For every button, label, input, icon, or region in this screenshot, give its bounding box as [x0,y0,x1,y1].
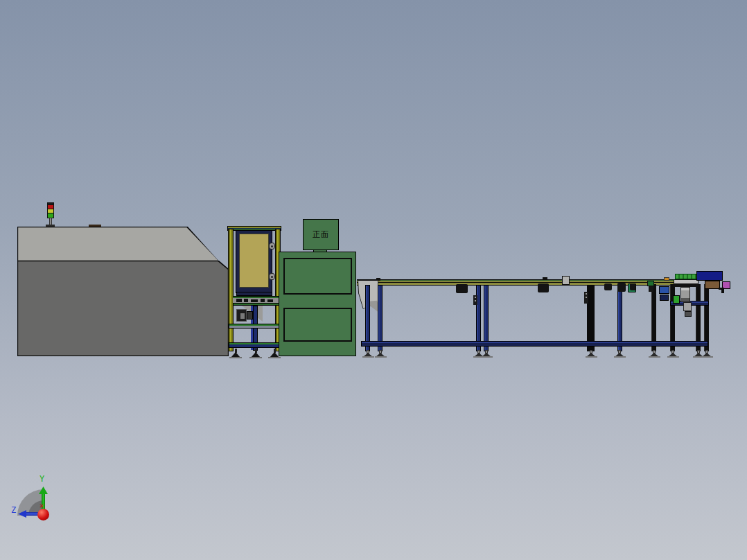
end-blue-motor-lower [660,295,669,301]
rail-sensor[interactable] [604,283,612,290]
conveyor-bottom-beam [361,341,708,347]
frame-gearbox [247,311,253,320]
end-cylinder[interactable] [680,287,690,302]
leg-foot-pad [481,356,493,358]
leg-foot-pad [375,356,387,358]
end-brown-box[interactable] [705,281,720,289]
frame-foot-pad [229,357,242,358]
rail-clamp [543,277,547,280]
leg-bracket [584,292,588,304]
cad-viewport: 正面 [0,0,747,560]
origin-sphere[interactable] [37,509,49,520]
end-cylinder-lower [683,302,692,311]
rail-clamp [376,278,380,281]
cabinet-body[interactable] [279,252,356,356]
door-hinge-bottom [269,273,275,280]
frame-foot-pad [249,357,262,358]
y-axis-label: Y [39,474,44,484]
view-label: 正面 [313,229,329,240]
end-dark-bracket [649,286,653,292]
door-window-panel [239,234,269,288]
leg-foot-pad [614,356,626,358]
end-belt-segment[interactable] [675,274,697,279]
machine-hood-face [18,227,218,261]
rail-sensor[interactable] [538,283,549,292]
leg-bracket [473,295,477,305]
x-axis-into-screen-icon: ✕ [39,501,44,510]
end-l-bracket [721,289,724,293]
tower-base [46,225,55,227]
leg-foot-pad [586,356,597,358]
end-green-bracket [647,281,654,286]
end-orange-block [664,277,669,281]
machine-body[interactable] [17,261,229,356]
cabinet-panel-lower [283,308,352,342]
frame-post-left [228,229,234,351]
cabinet-panel-upper [283,258,352,295]
frame-cross-beam-lower [229,342,281,348]
frame-door[interactable] [236,230,272,293]
end-cylinder-cap [685,311,692,317]
frame-coupler [240,313,245,319]
frame-cross-beam-upper [229,324,281,329]
rail-sensor[interactable] [456,284,468,293]
end-blue-motor[interactable] [659,286,669,294]
end-blue-box[interactable] [696,271,723,281]
view-label-plate: 正面 [303,219,339,250]
machine-body-face [18,261,228,356]
leg-foot-pad [362,356,374,358]
rail-sensor[interactable] [628,283,636,292]
leg-foot-pad [649,356,660,358]
leg-foot-pad [701,356,713,358]
rail-stopper-block[interactable] [562,276,570,285]
door-hinge-top [269,243,275,250]
z-axis-label: Z [11,505,16,515]
frame-foot-pad [268,357,281,358]
rail-sensor[interactable] [617,283,626,292]
machine-top-plate [89,225,101,227]
leg-foot-pad [667,356,679,358]
machine-hood[interactable] [17,227,219,261]
end-green-box[interactable] [673,295,680,304]
